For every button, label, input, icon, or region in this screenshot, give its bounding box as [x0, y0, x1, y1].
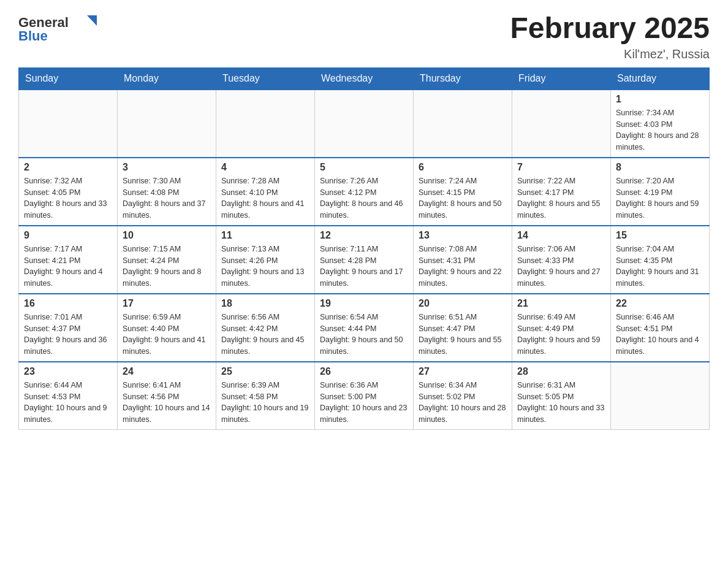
day-number: 13 [419, 230, 507, 241]
day-info: Sunrise: 7:20 AM Sunset: 4:19 PM Dayligh… [616, 175, 704, 221]
day-number: 6 [419, 162, 507, 173]
day-info: Sunrise: 6:59 AM Sunset: 4:40 PM Dayligh… [123, 312, 211, 358]
calendar-cell: 4Sunrise: 7:28 AM Sunset: 4:10 PM Daylig… [216, 158, 315, 226]
day-info: Sunrise: 7:34 AM Sunset: 4:03 PM Dayligh… [616, 107, 704, 153]
day-number: 14 [517, 230, 605, 241]
calendar-table: SundayMondayTuesdayWednesdayThursdayFrid… [18, 67, 710, 430]
calendar-cell: 8Sunrise: 7:20 AM Sunset: 4:19 PM Daylig… [611, 158, 710, 226]
calendar-cell [611, 362, 710, 430]
calendar-cell: 26Sunrise: 6:36 AM Sunset: 5:00 PM Dayli… [315, 362, 414, 430]
day-info: Sunrise: 7:08 AM Sunset: 4:31 PM Dayligh… [419, 243, 507, 289]
calendar-cell: 25Sunrise: 6:39 AM Sunset: 4:58 PM Dayli… [216, 362, 315, 430]
calendar-cell: 7Sunrise: 7:22 AM Sunset: 4:17 PM Daylig… [512, 158, 611, 226]
weekday-header-row: SundayMondayTuesdayWednesdayThursdayFrid… [19, 67, 710, 90]
day-number: 24 [123, 366, 211, 377]
calendar-cell: 16Sunrise: 7:01 AM Sunset: 4:37 PM Dayli… [19, 294, 118, 362]
day-info: Sunrise: 7:01 AM Sunset: 4:37 PM Dayligh… [24, 312, 112, 358]
day-number: 12 [320, 230, 408, 241]
calendar-cell [19, 90, 118, 158]
day-number: 4 [221, 162, 309, 173]
day-info: Sunrise: 6:36 AM Sunset: 5:00 PM Dayligh… [320, 380, 408, 426]
calendar-cell [118, 90, 216, 158]
calendar-cell: 17Sunrise: 6:59 AM Sunset: 4:40 PM Dayli… [118, 294, 216, 362]
calendar-cell: 9Sunrise: 7:17 AM Sunset: 4:21 PM Daylig… [19, 226, 118, 294]
day-number: 20 [419, 298, 507, 309]
day-info: Sunrise: 6:54 AM Sunset: 4:44 PM Dayligh… [320, 312, 408, 358]
weekday-friday: Friday [512, 67, 611, 90]
day-number: 16 [24, 298, 112, 309]
week-row-5: 23Sunrise: 6:44 AM Sunset: 4:53 PM Dayli… [19, 362, 710, 430]
day-info: Sunrise: 6:46 AM Sunset: 4:51 PM Dayligh… [616, 312, 704, 358]
weekday-saturday: Saturday [611, 67, 710, 90]
calendar-cell: 15Sunrise: 7:04 AM Sunset: 4:35 PM Dayli… [611, 226, 710, 294]
day-number: 8 [616, 162, 704, 173]
week-row-3: 9Sunrise: 7:17 AM Sunset: 4:21 PM Daylig… [19, 226, 710, 294]
day-number: 28 [517, 366, 605, 377]
calendar-cell: 19Sunrise: 6:54 AM Sunset: 4:44 PM Dayli… [315, 294, 414, 362]
day-number: 25 [221, 366, 309, 377]
day-info: Sunrise: 6:51 AM Sunset: 4:47 PM Dayligh… [419, 312, 507, 358]
day-number: 11 [221, 230, 309, 241]
weekday-tuesday: Tuesday [216, 67, 315, 90]
calendar-cell: 6Sunrise: 7:24 AM Sunset: 4:15 PM Daylig… [414, 158, 512, 226]
day-info: Sunrise: 6:49 AM Sunset: 4:49 PM Dayligh… [517, 312, 605, 358]
day-info: Sunrise: 7:30 AM Sunset: 4:08 PM Dayligh… [123, 175, 211, 221]
day-info: Sunrise: 6:41 AM Sunset: 4:56 PM Dayligh… [123, 380, 211, 426]
day-info: Sunrise: 6:31 AM Sunset: 5:05 PM Dayligh… [517, 380, 605, 426]
day-number: 26 [320, 366, 408, 377]
day-number: 19 [320, 298, 408, 309]
week-row-1: 1Sunrise: 7:34 AM Sunset: 4:03 PM Daylig… [19, 90, 710, 158]
day-number: 5 [320, 162, 408, 173]
month-title: February 2025 [510, 12, 710, 45]
location: Kil'mez', Russia [510, 47, 710, 61]
calendar-cell: 10Sunrise: 7:15 AM Sunset: 4:24 PM Dayli… [118, 226, 216, 294]
week-row-4: 16Sunrise: 7:01 AM Sunset: 4:37 PM Dayli… [19, 294, 710, 362]
calendar-cell: 13Sunrise: 7:08 AM Sunset: 4:31 PM Dayli… [414, 226, 512, 294]
page-header: General Blue February 2025 Kil'mez', Rus… [18, 12, 710, 61]
day-number: 22 [616, 298, 704, 309]
calendar-cell: 18Sunrise: 6:56 AM Sunset: 4:42 PM Dayli… [216, 294, 315, 362]
day-info: Sunrise: 7:04 AM Sunset: 4:35 PM Dayligh… [616, 243, 704, 289]
calendar-cell: 28Sunrise: 6:31 AM Sunset: 5:05 PM Dayli… [512, 362, 611, 430]
title-block: February 2025 Kil'mez', Russia [510, 12, 710, 61]
day-info: Sunrise: 7:15 AM Sunset: 4:24 PM Dayligh… [123, 243, 211, 289]
day-info: Sunrise: 7:06 AM Sunset: 4:33 PM Dayligh… [517, 243, 605, 289]
calendar-cell [216, 90, 315, 158]
calendar-cell [512, 90, 611, 158]
day-info: Sunrise: 7:13 AM Sunset: 4:26 PM Dayligh… [221, 243, 309, 289]
day-number: 9 [24, 230, 112, 241]
weekday-sunday: Sunday [19, 67, 118, 90]
day-number: 21 [517, 298, 605, 309]
calendar-cell: 22Sunrise: 6:46 AM Sunset: 4:51 PM Dayli… [611, 294, 710, 362]
logo-svg: General Blue [18, 12, 104, 46]
calendar-cell: 3Sunrise: 7:30 AM Sunset: 4:08 PM Daylig… [118, 158, 216, 226]
day-number: 2 [24, 162, 112, 173]
calendar-cell: 27Sunrise: 6:34 AM Sunset: 5:02 PM Dayli… [414, 362, 512, 430]
calendar-cell: 5Sunrise: 7:26 AM Sunset: 4:12 PM Daylig… [315, 158, 414, 226]
calendar-cell [414, 90, 512, 158]
day-number: 7 [517, 162, 605, 173]
day-info: Sunrise: 6:56 AM Sunset: 4:42 PM Dayligh… [221, 312, 309, 358]
day-info: Sunrise: 7:24 AM Sunset: 4:15 PM Dayligh… [419, 175, 507, 221]
day-number: 17 [123, 298, 211, 309]
day-number: 18 [221, 298, 309, 309]
svg-marker-1 [87, 15, 97, 26]
week-row-2: 2Sunrise: 7:32 AM Sunset: 4:05 PM Daylig… [19, 158, 710, 226]
day-info: Sunrise: 7:28 AM Sunset: 4:10 PM Dayligh… [221, 175, 309, 221]
day-info: Sunrise: 6:39 AM Sunset: 4:58 PM Dayligh… [221, 380, 309, 426]
day-number: 1 [616, 94, 704, 105]
day-info: Sunrise: 7:11 AM Sunset: 4:28 PM Dayligh… [320, 243, 408, 289]
weekday-wednesday: Wednesday [315, 67, 414, 90]
day-number: 10 [123, 230, 211, 241]
calendar-cell: 21Sunrise: 6:49 AM Sunset: 4:49 PM Dayli… [512, 294, 611, 362]
day-number: 15 [616, 230, 704, 241]
logo: General Blue [18, 12, 104, 46]
day-info: Sunrise: 7:26 AM Sunset: 4:12 PM Dayligh… [320, 175, 408, 221]
calendar-cell: 23Sunrise: 6:44 AM Sunset: 4:53 PM Dayli… [19, 362, 118, 430]
day-number: 3 [123, 162, 211, 173]
calendar-cell: 24Sunrise: 6:41 AM Sunset: 4:56 PM Dayli… [118, 362, 216, 430]
day-info: Sunrise: 7:22 AM Sunset: 4:17 PM Dayligh… [517, 175, 605, 221]
calendar-cell: 1Sunrise: 7:34 AM Sunset: 4:03 PM Daylig… [611, 90, 710, 158]
calendar-cell: 11Sunrise: 7:13 AM Sunset: 4:26 PM Dayli… [216, 226, 315, 294]
svg-text:Blue: Blue [18, 28, 48, 44]
